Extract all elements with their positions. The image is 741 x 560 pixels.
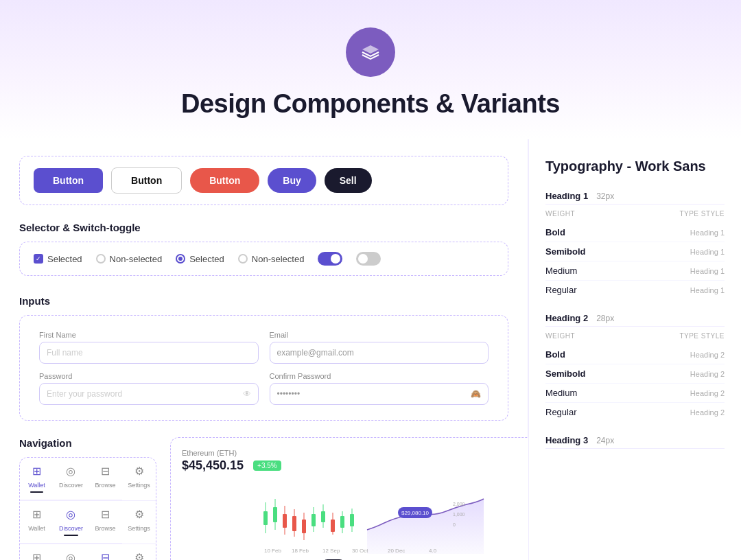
- heading2-weight-header: WEIGHT TYPE STYLE: [545, 332, 725, 340]
- confirm-password-label: Confirm Password: [270, 372, 489, 380]
- nav-row-3: ⊞ Wallet ◎ Discover ⊟ Browse: [20, 544, 156, 560]
- heading1-row: Heading 1 32px: [545, 191, 725, 201]
- heading2-row: Heading 2 28px: [545, 313, 725, 323]
- chart-info: Ethereum (ETH) $45,450.15 +3.5%: [182, 449, 281, 473]
- buttons-row: Button Button Button Buy Sell: [19, 156, 508, 205]
- discover-icon-2: ◎: [66, 508, 75, 521]
- nav-active-bar: [30, 491, 44, 493]
- settings-label-2: Settings: [128, 525, 150, 532]
- password-input[interactable]: Enter your password 👁: [39, 383, 259, 405]
- checkbox-non-selected[interactable]: Non-selected: [96, 254, 163, 264]
- nav-browse-1[interactable]: ⊟ Browse: [89, 458, 122, 500]
- sell-button[interactable]: Sell: [325, 168, 372, 193]
- svg-text:12 Sep: 12 Sep: [322, 548, 340, 554]
- wallet-label-2: Wallet: [28, 525, 45, 532]
- settings-icon-3: ⚙: [134, 551, 144, 560]
- settings-label-1: Settings: [128, 482, 150, 489]
- inputs-section: Inputs First Name Full name Email exampl…: [19, 295, 508, 421]
- heading3-size: 24px: [596, 436, 614, 445]
- nav-row-2: ⊞ Wallet ◎ Discover ⊟ Browse: [20, 501, 156, 544]
- settings-icon-2: ⚙: [134, 508, 144, 521]
- nav-row-1: ⊞ Wallet ◎ Discover ⊟ Browse: [20, 458, 156, 501]
- nav-settings-3[interactable]: ⚙ Settings: [122, 544, 156, 560]
- h1-bold-row: Bold Heading 1: [545, 223, 725, 242]
- heading3-divider: [545, 448, 725, 449]
- wallet-icon-3: ⊞: [32, 551, 41, 560]
- selector-row: Selected Non-selected Selected Non-selec…: [19, 242, 508, 276]
- browse-label-1: Browse: [95, 482, 115, 489]
- wallet-label: Wallet: [28, 482, 45, 489]
- heading1-section: Heading 1 32px WEIGHT TYPE STYLE Bold He…: [545, 191, 725, 299]
- radio-selected[interactable]: Selected: [176, 254, 224, 264]
- svg-text:2,000: 2,000: [453, 502, 465, 506]
- eye-slash-icon: 🙈: [471, 389, 481, 399]
- nav-title: Navigation: [19, 437, 156, 449]
- heading3-section: Heading 3 24px: [545, 435, 725, 449]
- radio-empty-icon: [238, 254, 248, 264]
- radio-non-selected[interactable]: Non-selected: [238, 254, 305, 264]
- h2-regular-row: Regular Heading 2: [545, 403, 725, 421]
- chart-price: $45,450.15: [182, 458, 244, 473]
- settings-icon-1: ⚙: [134, 465, 144, 478]
- typography-title: Typography - Work Sans: [545, 159, 725, 174]
- discover-icon-3: ◎: [66, 551, 75, 560]
- firstname-label: First Name: [39, 331, 259, 339]
- heading2-divider: [545, 326, 725, 327]
- wallet-icon: ⊞: [32, 465, 41, 478]
- buy-button[interactable]: Buy: [268, 168, 316, 193]
- browse-icon-3: ⊟: [101, 551, 110, 560]
- password-group: Password Enter your password 👁: [34, 368, 264, 409]
- toggle-off[interactable]: [356, 252, 381, 266]
- discover-label-1: Discover: [59, 482, 83, 489]
- h2-medium-row: Medium Heading 2: [545, 384, 725, 403]
- toggle-on[interactable]: [318, 252, 342, 266]
- checkbox-selected[interactable]: Selected: [34, 254, 82, 264]
- heading1-weight-header: WEIGHT TYPE STYLE: [545, 210, 725, 218]
- nav-wallet-active[interactable]: ⊞ Wallet: [20, 458, 54, 500]
- heading3-label: Heading 3: [545, 435, 588, 445]
- svg-rect-7: [283, 514, 287, 528]
- outline-button[interactable]: Button: [111, 167, 182, 194]
- browse-label-2: Browse: [95, 525, 115, 532]
- svg-text:4.0: 4.0: [429, 548, 437, 554]
- heading2-size: 28px: [596, 314, 614, 323]
- nav-settings-1[interactable]: ⚙ Settings: [122, 458, 156, 500]
- inputs-grid: First Name Full name Email example@gmail…: [19, 315, 508, 421]
- nav-discover-1[interactable]: ◎ Discover: [54, 458, 89, 500]
- svg-rect-19: [340, 516, 344, 528]
- nav-browse-2[interactable]: ⊟ Browse: [89, 501, 122, 544]
- bottom-row: Navigation ⊞ Wallet ◎ Discover: [19, 437, 508, 560]
- toggle-on-switch[interactable]: [318, 252, 342, 266]
- svg-text:10 Feb: 10 Feb: [264, 548, 281, 554]
- red-button[interactable]: Button: [190, 168, 259, 193]
- svg-rect-13: [311, 514, 316, 526]
- firstname-input[interactable]: Full name: [39, 342, 259, 364]
- browse-icon-2: ⊟: [101, 508, 110, 521]
- email-input[interactable]: example@gmail.com: [270, 342, 489, 364]
- svg-text:0: 0: [453, 522, 456, 527]
- h2-semibold-row: Semibold Heading 2: [545, 364, 725, 384]
- chart-svg: $29,080.10: [182, 478, 552, 554]
- browse-icon-1: ⊟: [101, 465, 110, 478]
- selector-section: Selector & Switch-toggle Selected Non-se…: [19, 222, 508, 276]
- selector-title: Selector & Switch-toggle: [19, 222, 508, 233]
- nav-discover-3[interactable]: ◎ Discover: [54, 544, 89, 560]
- discover-label-2: Discover: [59, 525, 83, 532]
- nav-discover-active[interactable]: ◎ Discover: [54, 501, 89, 544]
- nav-settings-2[interactable]: ⚙ Settings: [122, 501, 156, 544]
- primary-button[interactable]: Button: [34, 168, 103, 193]
- nav-wallet-3[interactable]: ⊞ Wallet: [20, 544, 54, 560]
- confirm-password-input[interactable]: •••••••• 🙈: [270, 383, 489, 405]
- svg-rect-21: [350, 514, 354, 526]
- nav-wallet-2[interactable]: ⊞ Wallet: [20, 501, 54, 544]
- heading3-row: Heading 3 24px: [545, 435, 725, 445]
- svg-text:$29,080.10: $29,080.10: [401, 510, 430, 516]
- svg-rect-15: [321, 511, 325, 522]
- logo: [346, 27, 395, 77]
- toggle-off-switch[interactable]: [356, 252, 381, 266]
- svg-text:18 Feb: 18 Feb: [292, 548, 309, 554]
- h1-medium-row: Medium Heading 1: [545, 261, 725, 281]
- nav-browse-active[interactable]: ⊟ Browse: [89, 544, 122, 560]
- email-group: Email example@gmail.com: [264, 327, 495, 368]
- main-layout: Button Button Button Buy Sell Selector &…: [0, 139, 741, 560]
